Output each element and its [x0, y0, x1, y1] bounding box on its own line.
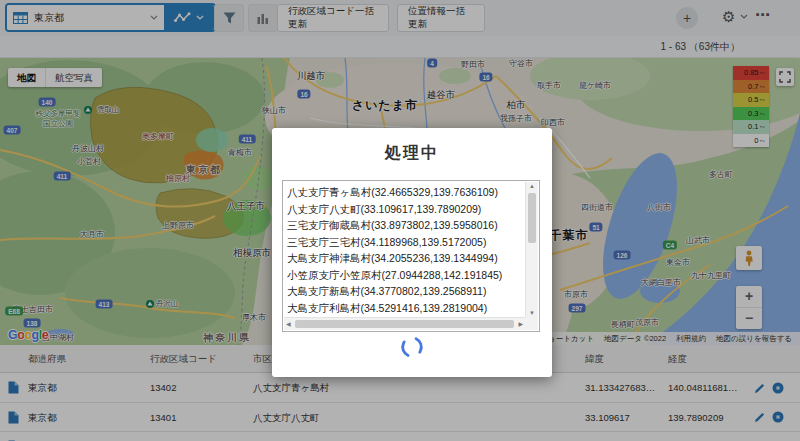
list-item: 八丈支庁八丈町(33.109617,139.7890209) — [287, 201, 524, 218]
list-item: 小笠原支庁小笠原村(27.0944288,142.191845) — [287, 267, 524, 284]
app-window: 秩父多摩甲斐 国立公園 雲取山 奥多摩町 丹波山村 小菅村 檜原村 東京都 青梅… — [0, 0, 800, 441]
processing-dialog: 処理中 八丈支庁青ヶ島村(32.4665329,139.7636109) 八丈支… — [272, 128, 552, 377]
scroll-up-icon[interactable]: ▲ — [526, 183, 538, 189]
list-item: 大島支庁新島村(34.3770802,139.2568911) — [287, 283, 524, 300]
processing-list[interactable]: 八丈支庁青ヶ島村(32.4665329,139.7636109) 八丈支庁八丈町… — [282, 180, 540, 332]
scroll-left-icon[interactable]: ◀ — [286, 320, 291, 327]
dialog-title: 処理中 — [272, 143, 552, 164]
scrollbar-thumb[interactable] — [295, 320, 514, 328]
list-item: 八丈支庁青ヶ島村(32.4665329,139.7636109) — [287, 184, 524, 201]
horizontal-scrollbar[interactable]: ◀ ▶ — [284, 317, 525, 330]
vertical-scrollbar[interactable]: ▲ ▼ — [525, 182, 538, 317]
list-item: 三宅支庁御蔵島村(33.8973802,139.5958016) — [287, 217, 524, 234]
scroll-right-icon[interactable]: ▶ — [518, 320, 523, 327]
scroll-down-icon[interactable]: ▼ — [526, 310, 538, 316]
loading-spinner — [399, 334, 425, 360]
scrollbar-thumb[interactable] — [528, 193, 536, 243]
list-item: 大島支庁利島村(34.5291416,139.2819004) — [287, 300, 524, 317]
list-item: 大島支庁神津島村(34.2055236,139.1344994) — [287, 250, 524, 267]
list-item: 三宅支庁三宅村(34.1189968,139.5172005) — [287, 234, 524, 251]
